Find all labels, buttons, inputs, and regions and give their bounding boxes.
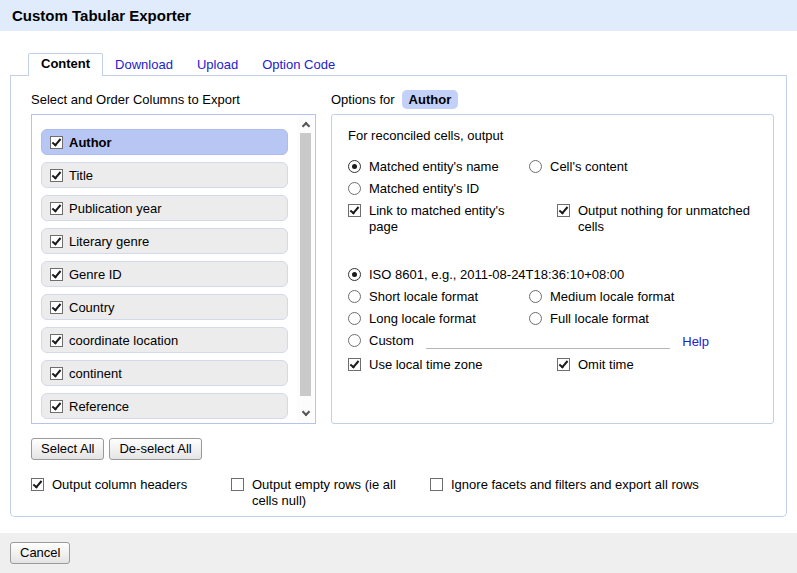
options-section: Options for Author For reconciled cells,…	[331, 84, 774, 460]
local-time-zone-label: Use local time zone	[369, 357, 482, 373]
iso-8601-label: ISO 8601, e.g., 2011-08-24T18:36:10+08:0…	[369, 267, 624, 283]
columns-section: Select and Order Columns to Export Autho…	[31, 84, 316, 460]
full-locale-label: Full locale format	[550, 311, 649, 327]
select-all-button[interactable]: Select All	[31, 438, 104, 460]
column-checkbox[interactable]	[50, 367, 63, 380]
reconciled-group-heading: For reconciled cells, output	[348, 128, 757, 143]
radio-iso-8601[interactable]: ISO 8601, e.g., 2011-08-24T18:36:10+08:0…	[348, 267, 624, 283]
column-checkbox[interactable]	[50, 169, 63, 182]
check-output-column-headers[interactable]: Output column headers	[31, 477, 231, 493]
check-output-nothing[interactable]: Output nothing for unmatched cells	[557, 203, 757, 235]
check-local-time-zone[interactable]: Use local time zone	[348, 357, 529, 373]
radio-matched-entity-id[interactable]: Matched entity's ID	[348, 181, 529, 197]
medium-locale-label: Medium locale format	[550, 289, 674, 305]
column-label: Publication year	[69, 201, 162, 216]
help-link[interactable]: Help	[682, 334, 709, 349]
link-to-page-checkbox[interactable]	[348, 204, 361, 217]
radio-long-locale[interactable]: Long locale format	[348, 311, 529, 327]
chevron-up-icon	[301, 122, 309, 130]
iso-8601-radio[interactable]	[348, 268, 361, 281]
check-output-empty-rows[interactable]: Output empty rows (ie all cells null)	[231, 477, 430, 509]
matched-entity-name-label: Matched entity's name	[369, 159, 499, 175]
output-nothing-checkbox[interactable]	[557, 204, 570, 217]
matched-entity-name-radio[interactable]	[348, 160, 361, 173]
scroll-up-button[interactable]	[297, 116, 314, 132]
ignore-facets-label: Ignore facets and filters and export all…	[451, 477, 699, 493]
tab-download[interactable]: Download	[103, 55, 185, 75]
column-label: Title	[69, 168, 93, 183]
tab-content[interactable]: Content	[28, 53, 103, 76]
short-locale-label: Short locale format	[369, 289, 478, 305]
column-label: Reference	[69, 399, 129, 414]
cancel-button[interactable]: Cancel	[10, 542, 70, 564]
column-listbox: Author Title Publication year Literary g…	[31, 114, 316, 424]
short-locale-radio[interactable]	[348, 290, 361, 303]
column-label: Literary genre	[69, 234, 149, 249]
column-item[interactable]: continent	[41, 360, 288, 386]
tab-option-code[interactable]: Option Code	[250, 55, 347, 75]
column-checkbox[interactable]	[50, 334, 63, 347]
column-checkbox[interactable]	[50, 268, 63, 281]
listbox-scrollbar[interactable]	[297, 116, 314, 422]
column-label: Country	[69, 300, 115, 315]
radio-medium-locale[interactable]: Medium locale format	[529, 289, 757, 305]
column-checkbox[interactable]	[50, 400, 63, 413]
column-checkbox[interactable]	[50, 136, 63, 149]
column-item[interactable]: Author	[41, 129, 288, 155]
custom-format-input[interactable]	[426, 334, 670, 349]
dialog-title: Custom Tabular Exporter	[12, 7, 191, 24]
content-tab-panel: Select and Order Columns to Export Autho…	[10, 76, 787, 517]
column-item[interactable]: Country	[41, 294, 288, 320]
custom-format-radio[interactable]	[348, 334, 361, 347]
scrollbar-thumb[interactable]	[300, 133, 311, 396]
column-label: coordinate location	[69, 333, 178, 348]
column-label: continent	[69, 366, 122, 381]
tab-strip: Content Download Upload Option Code	[10, 55, 787, 76]
radio-custom-format[interactable]: Custom	[348, 333, 414, 349]
column-item[interactable]: Literary genre	[41, 228, 288, 254]
column-item[interactable]: Title	[41, 162, 288, 188]
output-column-headers-label: Output column headers	[52, 477, 187, 493]
selected-column-badge: Author	[402, 90, 459, 109]
omit-time-checkbox[interactable]	[557, 358, 570, 371]
medium-locale-radio[interactable]	[529, 290, 542, 303]
ignore-facets-checkbox[interactable]	[430, 478, 443, 491]
check-link-to-page[interactable]: Link to matched entity's page	[348, 203, 529, 235]
long-locale-radio[interactable]	[348, 312, 361, 325]
local-time-zone-checkbox[interactable]	[348, 358, 361, 371]
output-nothing-label: Output nothing for unmatched cells	[578, 203, 757, 235]
output-column-headers-checkbox[interactable]	[31, 478, 44, 491]
matched-entity-id-radio[interactable]	[348, 182, 361, 195]
column-item[interactable]: Genre ID	[41, 261, 288, 287]
custom-format-label: Custom	[369, 333, 414, 349]
link-to-page-label: Link to matched entity's page	[369, 203, 529, 235]
column-list: Author Title Publication year Literary g…	[41, 129, 288, 419]
column-label: Genre ID	[69, 267, 122, 282]
export-options-row: Output column headers Output empty rows …	[31, 477, 774, 509]
dialog-footer: Cancel	[0, 533, 797, 573]
output-empty-rows-label: Output empty rows (ie all cells null)	[252, 477, 410, 509]
column-item[interactable]: Publication year	[41, 195, 288, 221]
column-item[interactable]: coordinate location	[41, 327, 288, 353]
options-heading-prefix: Options for	[331, 92, 395, 107]
check-ignore-facets[interactable]: Ignore facets and filters and export all…	[430, 477, 774, 493]
long-locale-label: Long locale format	[369, 311, 476, 327]
cells-content-radio[interactable]	[529, 160, 542, 173]
scroll-down-button[interactable]	[297, 406, 314, 422]
full-locale-radio[interactable]	[529, 312, 542, 325]
check-omit-time[interactable]: Omit time	[557, 357, 757, 373]
column-item[interactable]: Reference	[41, 393, 288, 419]
tab-upload[interactable]: Upload	[185, 55, 250, 75]
radio-cells-content[interactable]: Cell's content	[529, 159, 757, 175]
radio-short-locale[interactable]: Short locale format	[348, 289, 529, 305]
omit-time-label: Omit time	[578, 357, 634, 373]
radio-matched-entity-name[interactable]: Matched entity's name	[348, 159, 529, 175]
options-box: For reconciled cells, output Matched ent…	[331, 114, 774, 424]
column-checkbox[interactable]	[50, 235, 63, 248]
output-empty-rows-checkbox[interactable]	[231, 478, 244, 491]
radio-full-locale[interactable]: Full locale format	[529, 311, 757, 327]
deselect-all-button[interactable]: De-select All	[109, 438, 201, 460]
cells-content-label: Cell's content	[550, 159, 628, 175]
column-checkbox[interactable]	[50, 301, 63, 314]
column-checkbox[interactable]	[50, 202, 63, 215]
